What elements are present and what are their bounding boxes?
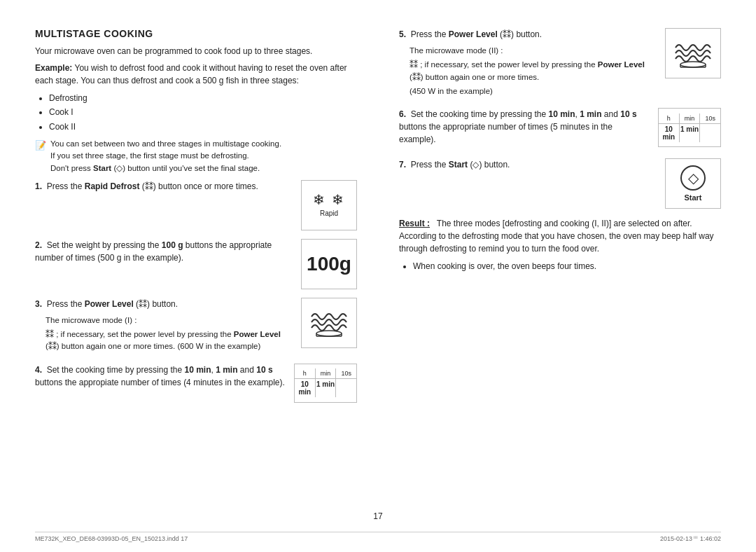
page-title: MULTISTAGE COOKING [35,28,357,39]
step-1-image: ❄ ❄ Rapid [301,180,357,230]
timer-s-label: 10s [336,368,356,378]
step-5: 5. Press the Power Level (⁑⁑) button. Th… [399,28,721,99]
timer-min-val-2: 1 min [680,124,701,142]
step-4-text: 4. Set the cooking time by pressing the … [35,364,287,393]
rapid-snowflake-icon: ❄ ❄ [313,193,345,207]
timer-h-val-2: 10 min [659,124,680,142]
timer-h-label-2: h [659,113,680,123]
step-3: 3. Press the Power Level (⁑⁑) button. Th… [35,298,357,355]
col-right: 5. Press the Power Level (⁑⁑) button. Th… [388,28,721,531]
page: MULTISTAGE COOKING Your microwave oven c… [0,0,756,552]
step-3-image [301,298,357,348]
footer-right: 2015-02-13 ᴵᴵᴵ 1:46:02 [660,535,721,542]
page-number: 17 [373,511,382,521]
step-3-text: 3. Press the Power Level (⁑⁑) button. Th… [35,298,294,355]
example-text: You wish to defrost food and cook it wit… [35,63,347,85]
step-7: 7. Press the Start (◇) button. ◇ Start [399,158,721,209]
start-label: Start [684,193,701,202]
bullet-item-cook1: Cook I [49,105,357,119]
step-7-text: 7. Press the Start (◇) button. [399,158,658,175]
bullet-item-cook2: Cook II [49,120,357,134]
timer-values: 10 min 1 min [295,379,356,397]
note-icon: 📝 [35,139,46,153]
example-label: Example: [35,63,72,73]
bullet-item-defrosting: Defrosting [49,91,357,105]
step-4-image: h min 10s 10 min 1 min [294,364,357,403]
rapid-label: Rapid [320,209,338,217]
result-text: The three modes [defrosting and cooking … [399,219,714,254]
timer-s-val [336,379,356,397]
svg-point-0 [316,331,342,336]
step-1: 1. Press the Rapid Defrost (⁑⁑) button o… [35,180,357,230]
svg-point-4 [680,62,706,67]
step-5-image [665,28,721,78]
result-row: Result : The three modes [defrosting and… [399,217,721,277]
timer-s-label-2: 10s [700,113,720,123]
example-paragraph: Example: You wish to defrost food and co… [35,62,357,87]
step-1-text: 1. Press the Rapid Defrost (⁑⁑) button o… [35,180,294,197]
note-box: 📝 You can set between two and three stag… [35,138,357,174]
timer-s-val-2 [700,124,720,142]
content: MULTISTAGE COOKING Your microwave oven c… [35,21,721,531]
step-6-image: h min 10s 10 min 1 min [658,108,721,147]
step-6-text: 6. Set the cooking time by pressing the … [399,108,651,150]
result-text-block: Result : The three modes [defrosting and… [399,217,721,277]
start-circle-icon: ◇ [680,165,706,191]
timer-h-val: 10 min [295,379,316,397]
note-text: You can set between two and three stages… [50,138,281,174]
timer-header: h min 10s [295,368,356,379]
step-4: 4. Set the cooking time by pressing the … [35,364,357,403]
timer-min-val: 1 min [316,379,337,397]
step-7-image: ◇ Start [665,158,721,209]
timer-h-label: h [295,368,316,378]
intro-text: Your microwave oven can be programmed to… [35,45,357,57]
waves-icon-2 [672,38,714,69]
step-5-text: 5. Press the Power Level (⁑⁑) button. Th… [399,28,658,99]
result-bullet-item: When cooking is over, the oven beeps fou… [413,259,721,273]
footer: ME732K_XEO_DE68-03993D-05_EN_150213.indd… [35,532,721,542]
bullet-list: Defrosting Cook I Cook II [49,91,357,134]
timer-header-2: h min 10s [659,113,720,124]
100g-label: 100g [307,253,351,275]
col-left: MULTISTAGE COOKING Your microwave oven c… [35,28,368,531]
result-bullet-list: When cooking is over, the oven beeps fou… [413,259,721,273]
step-2-image: 100g [301,239,357,289]
step-2: 2. Set the weight by pressing the 100 g … [35,239,357,289]
waves-icon [308,307,350,338]
timer-min-label: min [316,368,337,378]
footer-left: ME732K_XEO_DE68-03993D-05_EN_150213.indd… [35,535,188,542]
timer-min-label-2: min [680,113,701,123]
timer-values-2: 10 min 1 min [659,124,720,142]
result-label: Result : [399,219,430,228]
step-2-text: 2. Set the weight by pressing the 100 g … [35,239,294,268]
step-6: 6. Set the cooking time by pressing the … [399,108,721,150]
